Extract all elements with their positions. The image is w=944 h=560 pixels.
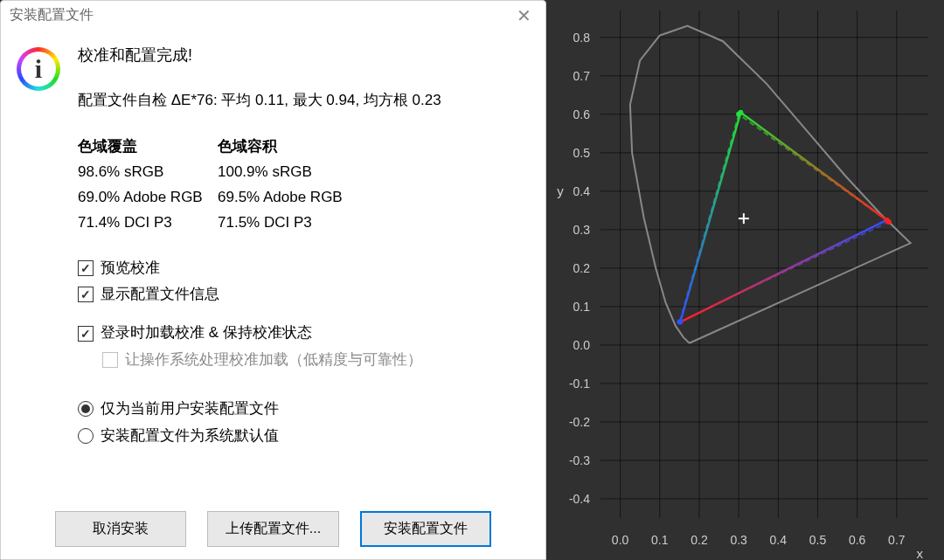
volume-adobe: 69.5% Adobe RGB	[218, 185, 343, 211]
chromaticity-chart: 0.00.10.20.30.40.50.60.7-0.4-0.3-0.2-0.1…	[546, 0, 944, 560]
svg-text:-0.3: -0.3	[569, 453, 590, 467]
info-icon: i	[17, 47, 60, 91]
svg-text:0.5: 0.5	[573, 146, 591, 160]
gamut-table: 色域覆盖 98.6% sRGB 69.0% Adobe RGB 71.4% DC…	[78, 135, 530, 236]
svg-text:0.2: 0.2	[573, 261, 591, 275]
radio-current-user[interactable]: 仅为当前用户安装配置文件	[78, 398, 530, 420]
radio-label: 安装配置文件为系统默认值	[101, 425, 279, 447]
checkbox-show-info[interactable]: 显示配置文件信息	[78, 283, 530, 306]
svg-line-51	[680, 113, 740, 322]
svg-text:-0.1: -0.1	[569, 377, 590, 391]
upload-button[interactable]: 上传配置文件...	[207, 511, 339, 547]
checkbox-label: 显示配置文件信息	[101, 283, 219, 306]
svg-line-50	[740, 113, 886, 220]
svg-point-54	[738, 110, 743, 115]
checkbox-preview[interactable]: 预览校准	[78, 257, 530, 280]
svg-text:0.1: 0.1	[573, 300, 591, 314]
coverage-srgb: 98.6% sRGB	[78, 160, 218, 185]
checkbox-label: 预览校准	[101, 257, 160, 280]
svg-point-53	[885, 218, 890, 223]
svg-text:0.8: 0.8	[573, 31, 591, 45]
svg-text:0.0: 0.0	[573, 338, 591, 352]
checkbox-icon	[78, 326, 94, 342]
volume-dcip3: 71.5% DCI P3	[218, 211, 343, 236]
headline: 校准和配置完成!	[78, 44, 530, 68]
chart-svg: 0.00.10.20.30.40.50.60.7-0.4-0.3-0.2-0.1…	[546, 0, 944, 560]
svg-text:0.6: 0.6	[573, 107, 591, 121]
svg-text:y: y	[557, 183, 564, 198]
svg-text:-0.4: -0.4	[569, 492, 590, 506]
svg-text:0.5: 0.5	[809, 533, 827, 547]
coverage-header: 色域覆盖	[78, 135, 218, 160]
install-profile-dialog: 安装配置文件 ✕ i 校准和配置完成! 配置文件自检 ΔE*76: 平均 0.1…	[0, 0, 546, 560]
titlebar: 安装配置文件 ✕	[1, 1, 545, 28]
svg-text:0.0: 0.0	[612, 533, 629, 547]
volume-srgb: 100.9% sRGB	[218, 160, 343, 185]
svg-text:0.6: 0.6	[849, 533, 866, 547]
checkbox-load-on-login[interactable]: 登录时加载校准 & 保持校准状态	[78, 321, 530, 344]
svg-text:0.2: 0.2	[691, 533, 708, 547]
radio-label: 仅为当前用户安装配置文件	[101, 398, 279, 420]
checkbox-icon	[78, 260, 94, 276]
radio-icon	[78, 401, 94, 417]
checkbox-icon	[102, 352, 118, 368]
close-icon[interactable]: ✕	[511, 7, 537, 24]
coverage-dcip3: 71.4% DCI P3	[78, 211, 218, 236]
checkbox-os-handle: 让操作系统处理校准加载（低精度与可靠性）	[102, 349, 530, 371]
svg-text:0.1: 0.1	[651, 533, 669, 547]
svg-text:0.7: 0.7	[573, 69, 591, 83]
volume-header: 色域容积	[218, 135, 343, 160]
svg-text:0.7: 0.7	[888, 533, 906, 547]
svg-text:0.4: 0.4	[770, 533, 788, 547]
cancel-button[interactable]: 取消安装	[55, 511, 186, 547]
svg-text:x: x	[917, 546, 924, 560]
checkbox-label: 让操作系统处理校准加载（低精度与可靠性）	[125, 349, 422, 371]
checkbox-icon	[78, 287, 94, 302]
profile-stats: 配置文件自检 ΔE*76: 平均 0.11, 最大 0.94, 均方根 0.23	[78, 89, 530, 112]
coverage-adobe: 69.0% Adobe RGB	[78, 185, 218, 211]
install-button[interactable]: 安装配置文件	[360, 511, 491, 547]
dialog-title: 安装配置文件	[10, 6, 94, 24]
svg-text:0.3: 0.3	[730, 533, 747, 547]
button-row: 取消安装 上传配置文件... 安装配置文件	[1, 511, 545, 547]
svg-text:0.3: 0.3	[573, 223, 591, 237]
svg-text:-0.2: -0.2	[569, 415, 590, 429]
svg-text:0.4: 0.4	[573, 184, 591, 198]
checkbox-label: 登录时加载校准 & 保持校准状态	[101, 321, 312, 344]
radio-icon	[78, 428, 94, 444]
radio-system-default[interactable]: 安装配置文件为系统默认值	[78, 425, 530, 447]
svg-point-55	[677, 320, 683, 325]
